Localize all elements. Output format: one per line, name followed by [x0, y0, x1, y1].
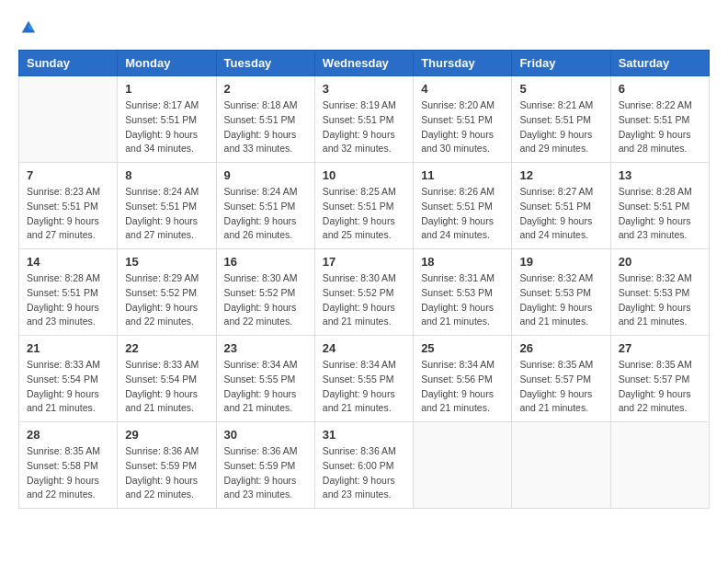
- day-info: Sunrise: 8:18 AMSunset: 5:51 PMDaylight:…: [224, 98, 307, 156]
- calendar-cell: 21Sunrise: 8:33 AMSunset: 5:54 PMDayligh…: [19, 336, 118, 422]
- weekday-header-saturday: Saturday: [610, 51, 709, 76]
- logo-icon: [20, 19, 37, 36]
- calendar-cell: 7Sunrise: 8:23 AMSunset: 5:51 PMDaylight…: [19, 163, 118, 249]
- calendar-cell: 17Sunrise: 8:30 AMSunset: 5:52 PMDayligh…: [314, 249, 413, 336]
- calendar-cell: 2Sunrise: 8:18 AMSunset: 5:51 PMDaylight…: [216, 76, 314, 163]
- day-info: Sunrise: 8:36 AMSunset: 6:00 PMDaylight:…: [323, 444, 405, 502]
- day-info: Sunrise: 8:25 AMSunset: 5:51 PMDaylight:…: [323, 185, 405, 243]
- day-number: 19: [519, 255, 602, 269]
- day-info: Sunrise: 8:31 AMSunset: 5:53 PMDaylight:…: [421, 271, 504, 329]
- day-info: Sunrise: 8:32 AMSunset: 5:53 PMDaylight:…: [619, 271, 701, 329]
- day-number: 28: [27, 428, 109, 442]
- calendar-cell: 16Sunrise: 8:30 AMSunset: 5:52 PMDayligh…: [216, 249, 314, 336]
- day-number: 26: [519, 341, 602, 355]
- calendar-week-row: 21Sunrise: 8:33 AMSunset: 5:54 PMDayligh…: [19, 336, 710, 422]
- calendar-cell: 11Sunrise: 8:26 AMSunset: 5:51 PMDayligh…: [414, 163, 512, 249]
- calendar-cell: 23Sunrise: 8:34 AMSunset: 5:55 PMDayligh…: [216, 336, 314, 422]
- calendar-body: 1Sunrise: 8:17 AMSunset: 5:51 PMDaylight…: [19, 76, 710, 509]
- day-number: 8: [125, 168, 208, 182]
- logo: [18, 18, 37, 40]
- day-number: 12: [519, 168, 602, 182]
- calendar-cell: 15Sunrise: 8:29 AMSunset: 5:52 PMDayligh…: [118, 249, 216, 336]
- calendar-cell: 10Sunrise: 8:25 AMSunset: 5:51 PMDayligh…: [314, 163, 413, 249]
- day-number: 27: [619, 341, 701, 355]
- day-number: 30: [224, 428, 307, 442]
- day-info: Sunrise: 8:22 AMSunset: 5:51 PMDaylight:…: [619, 98, 701, 156]
- day-info: Sunrise: 8:33 AMSunset: 5:54 PMDaylight:…: [125, 358, 208, 416]
- calendar-cell: 12Sunrise: 8:27 AMSunset: 5:51 PMDayligh…: [512, 163, 610, 249]
- day-info: Sunrise: 8:35 AMSunset: 5:57 PMDaylight:…: [619, 358, 701, 416]
- calendar-table: SundayMondayTuesdayWednesdayThursdayFrid…: [18, 50, 710, 509]
- weekday-header-thursday: Thursday: [414, 51, 512, 76]
- day-number: 25: [421, 341, 504, 355]
- day-number: 1: [125, 82, 208, 96]
- day-info: Sunrise: 8:26 AMSunset: 5:51 PMDaylight:…: [421, 185, 504, 243]
- calendar-cell: 4Sunrise: 8:20 AMSunset: 5:51 PMDaylight…: [414, 76, 512, 163]
- day-number: 29: [125, 428, 208, 442]
- day-number: 24: [323, 341, 405, 355]
- day-info: Sunrise: 8:17 AMSunset: 5:51 PMDaylight:…: [125, 98, 208, 156]
- calendar-cell: 20Sunrise: 8:32 AMSunset: 5:53 PMDayligh…: [610, 249, 709, 336]
- weekday-header-sunday: Sunday: [19, 51, 118, 76]
- day-number: 4: [421, 82, 504, 96]
- calendar-week-row: 1Sunrise: 8:17 AMSunset: 5:51 PMDaylight…: [19, 76, 710, 163]
- calendar-cell: 6Sunrise: 8:22 AMSunset: 5:51 PMDaylight…: [610, 76, 709, 163]
- weekday-header-tuesday: Tuesday: [216, 51, 314, 76]
- calendar-cell: 18Sunrise: 8:31 AMSunset: 5:53 PMDayligh…: [414, 249, 512, 336]
- day-info: Sunrise: 8:35 AMSunset: 5:57 PMDaylight:…: [519, 358, 602, 416]
- day-info: Sunrise: 8:30 AMSunset: 5:52 PMDaylight:…: [224, 271, 307, 329]
- calendar-cell: 28Sunrise: 8:35 AMSunset: 5:58 PMDayligh…: [19, 422, 118, 509]
- calendar-cell: 27Sunrise: 8:35 AMSunset: 5:57 PMDayligh…: [610, 336, 709, 422]
- calendar-cell: 29Sunrise: 8:36 AMSunset: 5:59 PMDayligh…: [118, 422, 216, 509]
- day-info: Sunrise: 8:29 AMSunset: 5:52 PMDaylight:…: [125, 271, 208, 329]
- calendar-week-row: 14Sunrise: 8:28 AMSunset: 5:51 PMDayligh…: [19, 249, 710, 336]
- day-number: 31: [323, 428, 405, 442]
- calendar-week-row: 28Sunrise: 8:35 AMSunset: 5:58 PMDayligh…: [19, 422, 710, 509]
- calendar-cell: [610, 422, 709, 509]
- day-info: Sunrise: 8:27 AMSunset: 5:51 PMDaylight:…: [519, 185, 602, 243]
- day-info: Sunrise: 8:24 AMSunset: 5:51 PMDaylight:…: [224, 185, 307, 243]
- calendar-cell: 13Sunrise: 8:28 AMSunset: 5:51 PMDayligh…: [610, 163, 709, 249]
- weekday-header-wednesday: Wednesday: [314, 51, 413, 76]
- day-number: 21: [27, 341, 109, 355]
- day-number: 20: [619, 255, 701, 269]
- weekday-header-friday: Friday: [512, 51, 610, 76]
- day-number: 11: [421, 168, 504, 182]
- day-number: 5: [519, 82, 602, 96]
- day-number: 15: [125, 255, 208, 269]
- day-info: Sunrise: 8:36 AMSunset: 5:59 PMDaylight:…: [125, 444, 208, 502]
- calendar-cell: 30Sunrise: 8:36 AMSunset: 5:59 PMDayligh…: [216, 422, 314, 509]
- day-info: Sunrise: 8:33 AMSunset: 5:54 PMDaylight:…: [27, 358, 109, 416]
- day-info: Sunrise: 8:34 AMSunset: 5:55 PMDaylight:…: [323, 358, 405, 416]
- calendar-cell: 31Sunrise: 8:36 AMSunset: 6:00 PMDayligh…: [314, 422, 413, 509]
- calendar-cell: 24Sunrise: 8:34 AMSunset: 5:55 PMDayligh…: [314, 336, 413, 422]
- day-info: Sunrise: 8:34 AMSunset: 5:56 PMDaylight:…: [421, 358, 504, 416]
- page-header: [18, 18, 710, 40]
- calendar-header-row: SundayMondayTuesdayWednesdayThursdayFrid…: [19, 51, 710, 76]
- day-number: 7: [27, 168, 109, 182]
- day-number: 13: [619, 168, 701, 182]
- calendar-cell: 25Sunrise: 8:34 AMSunset: 5:56 PMDayligh…: [414, 336, 512, 422]
- calendar-week-row: 7Sunrise: 8:23 AMSunset: 5:51 PMDaylight…: [19, 163, 710, 249]
- day-number: 9: [224, 168, 307, 182]
- calendar-cell: 5Sunrise: 8:21 AMSunset: 5:51 PMDaylight…: [512, 76, 610, 163]
- day-number: 10: [323, 168, 405, 182]
- day-number: 18: [421, 255, 504, 269]
- day-number: 2: [224, 82, 307, 96]
- day-info: Sunrise: 8:21 AMSunset: 5:51 PMDaylight:…: [519, 98, 602, 156]
- day-info: Sunrise: 8:34 AMSunset: 5:55 PMDaylight:…: [224, 358, 307, 416]
- day-info: Sunrise: 8:24 AMSunset: 5:51 PMDaylight:…: [125, 185, 208, 243]
- day-number: 6: [619, 82, 701, 96]
- calendar-cell: 19Sunrise: 8:32 AMSunset: 5:53 PMDayligh…: [512, 249, 610, 336]
- calendar-cell: [414, 422, 512, 509]
- calendar-cell: 9Sunrise: 8:24 AMSunset: 5:51 PMDaylight…: [216, 163, 314, 249]
- day-number: 17: [323, 255, 405, 269]
- day-info: Sunrise: 8:28 AMSunset: 5:51 PMDaylight:…: [27, 271, 109, 329]
- calendar-cell: 8Sunrise: 8:24 AMSunset: 5:51 PMDaylight…: [118, 163, 216, 249]
- day-number: 22: [125, 341, 208, 355]
- day-info: Sunrise: 8:23 AMSunset: 5:51 PMDaylight:…: [27, 185, 109, 243]
- calendar-cell: [19, 76, 118, 163]
- day-info: Sunrise: 8:32 AMSunset: 5:53 PMDaylight:…: [519, 271, 602, 329]
- day-number: 14: [27, 255, 109, 269]
- day-number: 23: [224, 341, 307, 355]
